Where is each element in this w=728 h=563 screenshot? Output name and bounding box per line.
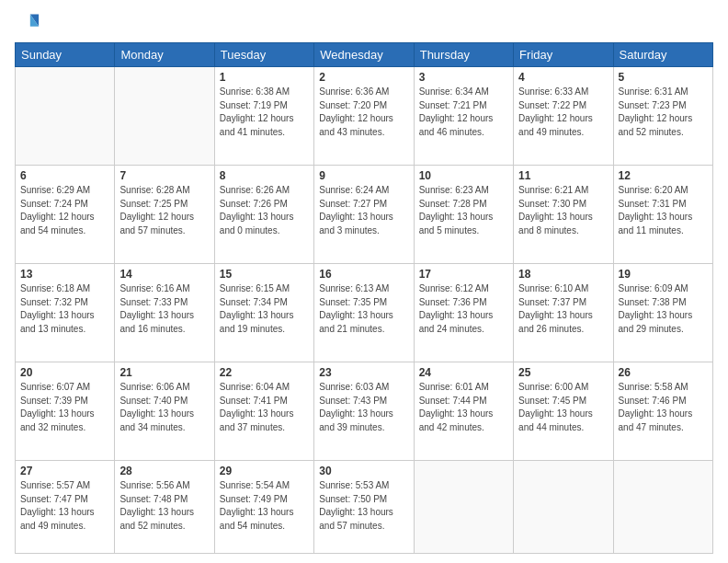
day-number: 6 (20, 169, 109, 182)
calendar-cell: 28Sunrise: 5:56 AM Sunset: 7:48 PM Dayli… (115, 461, 214, 554)
calendar-week-row: 13Sunrise: 6:18 AM Sunset: 7:32 PM Dayli… (16, 264, 713, 362)
day-number: 23 (319, 366, 408, 379)
day-number: 30 (319, 465, 408, 477)
day-number: 11 (518, 169, 608, 182)
calendar-day-header: Saturday (613, 43, 712, 67)
day-number: 28 (119, 465, 209, 477)
day-number: 27 (20, 465, 109, 477)
day-info: Sunrise: 6:34 AM Sunset: 7:21 PM Dayligh… (419, 86, 508, 139)
day-number: 20 (20, 366, 109, 379)
day-number: 18 (518, 268, 608, 281)
day-info: Sunrise: 5:53 AM Sunset: 7:50 PM Dayligh… (319, 479, 408, 533)
calendar-cell: 17Sunrise: 6:12 AM Sunset: 7:36 PM Dayli… (414, 264, 513, 362)
calendar-cell: 6Sunrise: 6:29 AM Sunset: 7:24 PM Daylig… (16, 166, 115, 264)
day-number: 14 (119, 268, 209, 281)
calendar-cell: 25Sunrise: 6:00 AM Sunset: 7:45 PM Dayli… (514, 362, 613, 461)
page: SundayMondayTuesdayWednesdayThursdayFrid… (0, 0, 728, 563)
logo-icon (15, 9, 40, 35)
day-number: 26 (619, 366, 708, 379)
calendar-cell: 15Sunrise: 6:15 AM Sunset: 7:34 PM Dayli… (214, 264, 313, 362)
day-number: 25 (518, 366, 608, 379)
day-number: 2 (319, 71, 408, 84)
calendar-week-row: 27Sunrise: 5:57 AM Sunset: 7:47 PM Dayli… (16, 461, 713, 554)
day-info: Sunrise: 6:06 AM Sunset: 7:40 PM Dayligh… (119, 381, 209, 434)
calendar-cell: 3Sunrise: 6:34 AM Sunset: 7:21 PM Daylig… (414, 67, 513, 166)
calendar-cell: 18Sunrise: 6:10 AM Sunset: 7:37 PM Dayli… (514, 264, 613, 362)
day-number: 22 (220, 366, 309, 379)
day-info: Sunrise: 6:28 AM Sunset: 7:25 PM Dayligh… (119, 184, 209, 237)
day-number: 19 (619, 268, 708, 281)
calendar-cell (414, 461, 513, 554)
calendar-cell: 22Sunrise: 6:04 AM Sunset: 7:41 PM Dayli… (214, 362, 313, 461)
day-info: Sunrise: 6:03 AM Sunset: 7:43 PM Dayligh… (319, 381, 408, 434)
day-info: Sunrise: 6:00 AM Sunset: 7:45 PM Dayligh… (518, 381, 608, 434)
calendar-cell (514, 461, 613, 554)
day-info: Sunrise: 5:56 AM Sunset: 7:48 PM Dayligh… (119, 479, 209, 533)
calendar-week-row: 6Sunrise: 6:29 AM Sunset: 7:24 PM Daylig… (16, 166, 713, 264)
day-info: Sunrise: 6:36 AM Sunset: 7:20 PM Dayligh… (319, 86, 408, 139)
calendar-day-header: Monday (115, 43, 214, 67)
calendar-cell: 30Sunrise: 5:53 AM Sunset: 7:50 PM Dayli… (314, 461, 414, 554)
day-info: Sunrise: 6:31 AM Sunset: 7:23 PM Dayligh… (619, 86, 708, 139)
day-number: 13 (20, 268, 109, 281)
calendar-cell: 19Sunrise: 6:09 AM Sunset: 7:38 PM Dayli… (613, 264, 712, 362)
day-number: 24 (419, 366, 508, 379)
calendar-day-header: Wednesday (314, 43, 414, 67)
calendar-cell: 26Sunrise: 5:58 AM Sunset: 7:46 PM Dayli… (613, 362, 712, 461)
day-number: 12 (619, 169, 708, 182)
day-number: 7 (119, 169, 209, 182)
day-number: 3 (419, 71, 508, 84)
calendar-week-row: 20Sunrise: 6:07 AM Sunset: 7:39 PM Dayli… (16, 362, 713, 461)
day-info: Sunrise: 5:57 AM Sunset: 7:47 PM Dayligh… (20, 479, 109, 533)
day-info: Sunrise: 6:29 AM Sunset: 7:24 PM Dayligh… (20, 184, 109, 237)
calendar-cell: 23Sunrise: 6:03 AM Sunset: 7:43 PM Dayli… (314, 362, 414, 461)
day-info: Sunrise: 6:26 AM Sunset: 7:26 PM Dayligh… (220, 184, 309, 237)
day-number: 4 (518, 71, 608, 84)
day-info: Sunrise: 6:01 AM Sunset: 7:44 PM Dayligh… (419, 381, 508, 434)
day-number: 17 (419, 268, 508, 281)
calendar-day-header: Tuesday (214, 43, 313, 67)
day-info: Sunrise: 6:38 AM Sunset: 7:19 PM Dayligh… (220, 86, 309, 139)
calendar-day-header: Friday (514, 43, 613, 67)
day-number: 5 (619, 71, 708, 84)
calendar-cell: 24Sunrise: 6:01 AM Sunset: 7:44 PM Dayli… (414, 362, 513, 461)
day-number: 10 (419, 169, 508, 182)
calendar-day-header: Thursday (414, 43, 513, 67)
calendar-cell: 16Sunrise: 6:13 AM Sunset: 7:35 PM Dayli… (314, 264, 414, 362)
logo (15, 9, 44, 35)
calendar-cell: 20Sunrise: 6:07 AM Sunset: 7:39 PM Dayli… (16, 362, 115, 461)
day-info: Sunrise: 6:15 AM Sunset: 7:34 PM Dayligh… (220, 282, 309, 336)
calendar-cell (16, 67, 115, 166)
calendar-cell (115, 67, 214, 166)
calendar-day-header: Sunday (16, 43, 115, 67)
calendar-header-row: SundayMondayTuesdayWednesdayThursdayFrid… (16, 43, 713, 67)
day-info: Sunrise: 6:23 AM Sunset: 7:28 PM Dayligh… (419, 184, 508, 237)
day-number: 15 (220, 268, 309, 281)
day-info: Sunrise: 6:18 AM Sunset: 7:32 PM Dayligh… (20, 282, 109, 336)
day-info: Sunrise: 5:54 AM Sunset: 7:49 PM Dayligh… (220, 479, 309, 533)
day-info: Sunrise: 6:09 AM Sunset: 7:38 PM Dayligh… (619, 282, 708, 336)
calendar-cell: 11Sunrise: 6:21 AM Sunset: 7:30 PM Dayli… (514, 166, 613, 264)
day-info: Sunrise: 6:04 AM Sunset: 7:41 PM Dayligh… (220, 381, 309, 434)
day-number: 9 (319, 169, 408, 182)
calendar-cell: 8Sunrise: 6:26 AM Sunset: 7:26 PM Daylig… (214, 166, 313, 264)
day-info: Sunrise: 6:33 AM Sunset: 7:22 PM Dayligh… (518, 86, 608, 139)
calendar-cell: 14Sunrise: 6:16 AM Sunset: 7:33 PM Dayli… (115, 264, 214, 362)
calendar-cell (613, 461, 712, 554)
day-info: Sunrise: 6:07 AM Sunset: 7:39 PM Dayligh… (20, 381, 109, 434)
day-number: 21 (119, 366, 209, 379)
calendar-cell: 2Sunrise: 6:36 AM Sunset: 7:20 PM Daylig… (314, 67, 414, 166)
day-info: Sunrise: 6:21 AM Sunset: 7:30 PM Dayligh… (518, 184, 608, 237)
day-info: Sunrise: 6:24 AM Sunset: 7:27 PM Dayligh… (319, 184, 408, 237)
day-number: 29 (220, 465, 309, 477)
day-info: Sunrise: 6:10 AM Sunset: 7:37 PM Dayligh… (518, 282, 608, 336)
day-number: 16 (319, 268, 408, 281)
day-info: Sunrise: 6:16 AM Sunset: 7:33 PM Dayligh… (119, 282, 209, 336)
calendar-cell: 1Sunrise: 6:38 AM Sunset: 7:19 PM Daylig… (214, 67, 313, 166)
day-info: Sunrise: 5:58 AM Sunset: 7:46 PM Dayligh… (619, 381, 708, 434)
day-number: 1 (220, 71, 309, 84)
header (15, 9, 713, 35)
calendar-cell: 7Sunrise: 6:28 AM Sunset: 7:25 PM Daylig… (115, 166, 214, 264)
calendar-cell: 10Sunrise: 6:23 AM Sunset: 7:28 PM Dayli… (414, 166, 513, 264)
calendar-cell: 27Sunrise: 5:57 AM Sunset: 7:47 PM Dayli… (16, 461, 115, 554)
